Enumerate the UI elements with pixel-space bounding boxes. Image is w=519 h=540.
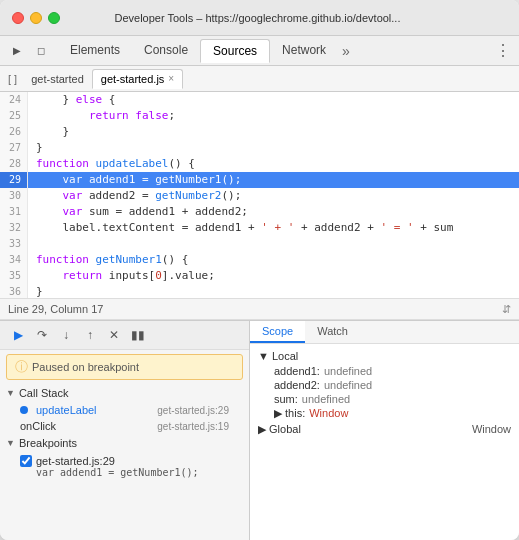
main-content: 24 } else { 25 return false; 26 } 27 } [0,92,519,540]
local-scope-header[interactable]: ▼ Local [250,348,519,364]
tab-elements[interactable]: Elements [58,39,132,63]
line-code-24: } else { [28,92,124,108]
local-scope-label: ▼ Local [258,350,298,362]
step-over-button[interactable]: ↷ [32,325,52,345]
breakpoints-header[interactable]: ▼ Breakpoints [0,434,249,452]
stack-item-update-label[interactable]: updateLabel get-started.js:29 [0,402,249,418]
code-line-34: 34 function getNumber1() { [0,252,519,268]
line-code-25: return false; [28,108,183,124]
line-code-29: var addend1 = getNumber1(); [28,172,249,188]
prop-value-addend1: undefined [324,365,372,377]
line-num-31: 31 [0,204,28,220]
prop-value-this: Window [309,407,348,420]
prop-name-addend1: addend1: [274,365,320,377]
line-code-36: } [28,284,51,298]
line-num-28: 28 [0,156,28,172]
code-line-24: 24 } else { [0,92,519,108]
prop-name-sum: sum: [274,393,298,405]
status-bar-text: Line 29, Column 17 [8,303,502,315]
resume-button[interactable]: ▶ [8,325,28,345]
file-tab-label-js: get-started.js [101,73,165,85]
current-frame-icon [20,406,28,414]
line-num-29: 29 [0,172,28,188]
code-line-36: 36 } [0,284,519,298]
line-code-27: } [28,140,51,156]
code-line-33: 33 [0,236,519,252]
toolbar-icons: ▶ ◻ [8,42,50,60]
line-num-30: 30 [0,188,28,204]
bp-code-0: var addend1 = getNumber1(); [20,467,229,478]
bp-checkbox-0[interactable] [20,455,32,467]
file-tab-close-icon[interactable]: × [168,73,174,84]
line-num-36: 36 [0,284,28,298]
devtools-window: Developer Tools – https://googlechrome.g… [0,0,519,540]
step-into-button[interactable]: ↓ [56,325,76,345]
prop-name-this: ▶ this: [274,407,305,420]
code-line-30: 30 var addend2 = getNumber2(); [0,188,519,204]
code-line-25: 25 return false; [0,108,519,124]
window-title: Developer Tools – https://googlechrome.g… [8,12,507,24]
line-num-35: 35 [0,268,28,284]
debug-toolbar: ▶ ↷ ↓ ↑ ✕ ▮▮ [0,321,249,350]
global-scope-row[interactable]: ▶ Global Window [250,421,519,438]
format-icon[interactable]: ⇵ [502,303,511,316]
scope-prop-addend2: addend2: undefined [250,378,519,392]
tab-network[interactable]: Network [270,39,338,63]
status-bar: Line 29, Column 17 ⇵ [0,298,519,320]
bp-name-row: get-started.js:29 [20,455,229,467]
pause-button[interactable]: ▮▮ [128,325,148,345]
tab-sources[interactable]: Sources [200,39,270,63]
line-code-26: } [28,124,77,140]
global-scope-label: ▶ Global [258,423,301,436]
pause-label: Paused on breakpoint [32,361,139,373]
editor-area: 24 } else { 25 return false; 26 } 27 } [0,92,519,298]
triangle-icon: ▼ [6,388,15,398]
line-num-27: 27 [0,140,28,156]
breakpoint-item-0: get-started.js:29 var addend1 = getNumbe… [0,452,249,481]
line-code-31: var sum = addend1 + addend2; [28,204,256,220]
call-stack-items: updateLabel get-started.js:29 onClick ge… [0,402,249,434]
devtools-menu-icon[interactable]: ⋮ [495,41,511,60]
line-code-35: return inputs[0].value; [28,268,223,284]
sidebar-toggle-icon[interactable]: [ ] [8,73,17,85]
code-line-27: 27 } [0,140,519,156]
line-num-25: 25 [0,108,28,124]
pause-indicator: ⓘ Paused on breakpoint [6,354,243,380]
bottom-panel: ▶ ↷ ↓ ↑ ✕ ▮▮ ⓘ Paused on breakpoint ▼ Ca… [0,320,519,540]
breakpoints-label: Breakpoints [19,437,77,449]
line-num-34: 34 [0,252,28,268]
line-code-28: function updateLabel() { [28,156,203,172]
file-tab-get-started[interactable]: get-started [23,70,92,88]
line-code-32: label.textContent = addend1 + ' + ' + ad… [28,220,461,236]
call-stack-header[interactable]: ▼ Call Stack [0,384,249,402]
code-line-32: 32 label.textContent = addend1 + ' + ' +… [0,220,519,236]
deactivate-button[interactable]: ✕ [104,325,124,345]
tab-scope[interactable]: Scope [250,321,305,343]
mobile-icon[interactable]: ◻ [32,42,50,60]
scope-prop-this[interactable]: ▶ this: Window [250,406,519,421]
nav-toolbar: ▶ ◻ Elements Console Sources Network » ⋮ [0,36,519,66]
scope-content: ▼ Local addend1: undefined addend2: unde… [250,344,519,540]
step-out-button[interactable]: ↑ [80,325,100,345]
more-tabs-icon[interactable]: » [342,43,350,59]
scope-tabs: Scope Watch [250,321,519,344]
call-stack-label: Call Stack [19,387,69,399]
line-num-26: 26 [0,124,28,140]
stack-name-1: onClick [20,420,56,432]
line-code-30: var addend2 = getNumber2(); [28,188,249,204]
stack-item-onclick[interactable]: onClick get-started.js:19 [0,418,249,434]
tab-console[interactable]: Console [132,39,200,63]
code-editor[interactable]: 24 } else { 25 return false; 26 } 27 } [0,92,519,298]
tab-watch[interactable]: Watch [305,321,360,343]
inspect-icon[interactable]: ▶ [8,42,26,60]
stack-name-0: updateLabel [36,404,97,416]
file-tab-get-started-js[interactable]: get-started.js × [92,69,183,89]
triangle-bp-icon: ▼ [6,438,15,448]
file-tab-label: get-started [31,73,84,85]
debug-panel: ▶ ↷ ↓ ↑ ✕ ▮▮ ⓘ Paused on breakpoint ▼ Ca… [0,321,250,540]
code-line-31: 31 var sum = addend1 + addend2; [0,204,519,220]
line-code-33 [28,236,44,252]
code-line-26: 26 } [0,124,519,140]
stack-file-1: get-started.js:19 [157,421,229,432]
scope-panel: Scope Watch ▼ Local addend1: undefined a… [250,321,519,540]
